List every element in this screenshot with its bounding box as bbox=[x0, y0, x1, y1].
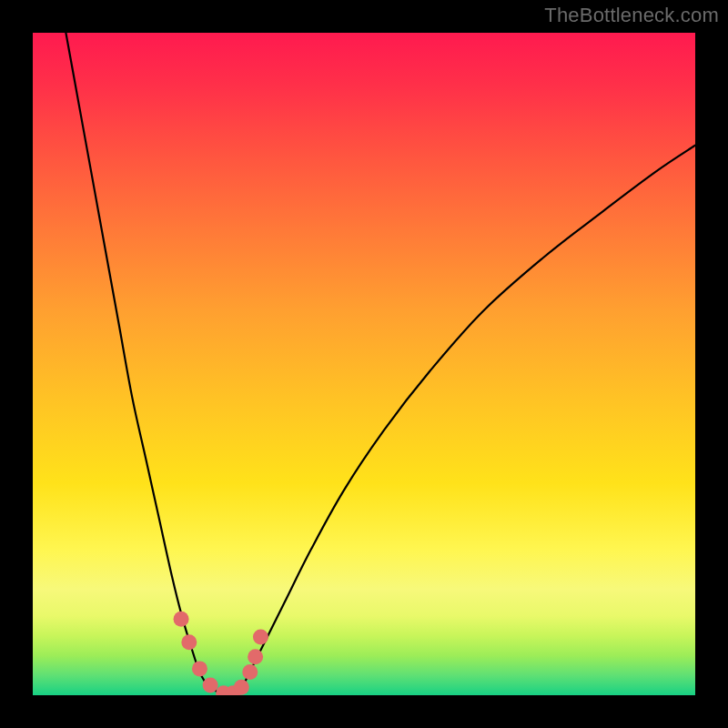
marker-group bbox=[174, 612, 268, 695]
marker-dot bbox=[242, 664, 258, 680]
marker-dot bbox=[248, 649, 263, 664]
marker-dot bbox=[192, 661, 207, 676]
bottleneck-curve-right bbox=[231, 146, 695, 695]
marker-dot bbox=[203, 678, 218, 693]
bottleneck-curve-left bbox=[66, 33, 231, 695]
marker-dot bbox=[174, 612, 189, 627]
plot-area bbox=[33, 33, 695, 695]
marker-dot bbox=[234, 680, 249, 695]
watermark-text: TheBottleneck.com bbox=[544, 4, 719, 27]
marker-dot bbox=[253, 629, 268, 644]
curve-layer bbox=[33, 33, 695, 695]
marker-dot bbox=[181, 634, 197, 650]
chart-frame: TheBottleneck.com bbox=[0, 0, 728, 728]
